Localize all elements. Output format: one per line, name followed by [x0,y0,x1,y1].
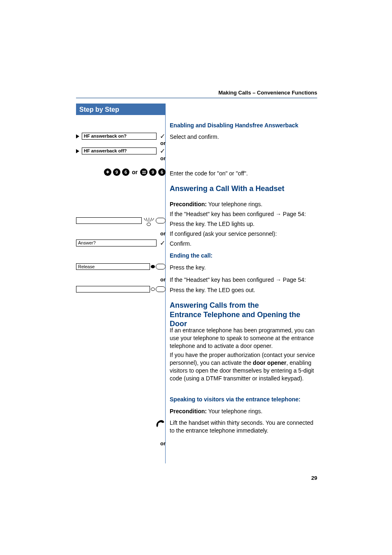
headset-led-off-row [76,286,166,292]
release-key-rect: Release [76,263,150,270]
hf-off-row: HF answerback off? ✓ [76,147,166,155]
check-icon: ✓ [159,132,166,140]
headset-ifconfigured: If configured (ask your service personne… [170,230,317,238]
hf-or-2: or [76,155,166,161]
step-by-step-heading: Step by Step [76,104,166,115]
headset-ifkey2-text: If the "Headset" key has been configured [170,276,275,283]
headset-led-flash-row [76,215,166,226]
led-on-icon [151,265,155,268]
entrance-para1: If an entrance telephone has been progra… [170,327,317,350]
key-9-icon: 9 [113,168,120,176]
document-page: Making Calls – Convenience Functions Ste… [0,0,392,555]
headset-ifkey: If the "Headset" key has been configured… [170,210,317,218]
release-key-label: Release [78,264,95,269]
release-key-row: Release [76,263,166,270]
headset-precondition: Precondition: Your telephone rings. [170,200,317,208]
check-icon: ✓ [159,239,166,247]
headset-section-title: Answering a Call With a Headset [170,184,317,193]
precondition-label: Precondition: [170,201,207,207]
answer-option-row: Answer? ✓ [76,239,166,247]
headset-or-1: or [76,230,166,237]
hf-title-row: Enabling and Disabling Handsfree Answerb… [170,122,317,129]
triangle-icon [76,134,79,138]
headset-ifkey-text: If the "Headset" key has been configured [170,211,275,217]
led-off-icon [151,288,155,291]
hf-enter-code: Enter the code for "on" or "off". [170,170,317,177]
precondition-label: Precondition: [170,408,207,415]
arrow-icon: → [275,211,283,217]
arrow-icon: → [275,276,283,283]
menu-option-answer: Answer? [76,240,157,246]
headset-ifkey-2: If the "Headset" key has been configured… [170,276,317,284]
entrance-title-line2: Entrance Telephone and Opening the Door [170,310,317,329]
header-rule [76,98,317,98]
page-header-breadcrumb: Making Calls – Convenience Functions [218,90,317,96]
headset-confirm: Confirm. [170,240,317,248]
led-flash-icon [144,215,153,226]
hf-on-row: HF answerback on? ✓ [76,132,166,140]
page-number: 29 [311,475,317,481]
key-6-icon: 6 [158,168,166,176]
key-hash-icon [140,168,148,176]
blank-key-rect [76,217,142,224]
headset-press-ledout: Press the key. The LED goes out. [170,286,317,294]
blank-key-rect [76,286,150,292]
key-6-icon: 6 [122,168,129,176]
handset-icon-row [76,419,166,429]
entrance-section-title: Answering Calls from the Entrance Teleph… [170,301,317,329]
hf-select-confirm: Select and confirm. [170,133,317,141]
hf-or-1: or [76,140,166,146]
headset-or-2: or [76,276,166,283]
entrance-precondition: Precondition: Your telephone rings. [170,408,317,415]
triangle-icon [76,149,79,153]
menu-option-hf-off: HF answerback off? [82,147,157,154]
page-ref-54-b: Page 54: [283,276,306,283]
entrance-or: or [76,440,166,447]
entrance-para2: If you have the proper authorization (co… [170,351,317,382]
oval-button-icon [156,218,166,223]
release-press-key: Press the key. [170,264,317,272]
precondition-text: Your telephone rings. [207,201,262,207]
entrance-lift-handset: Lift the handset within thirty seconds. … [170,419,317,435]
door-opener-bold: door opener [253,359,286,366]
key-star-icon [104,168,111,176]
entrance-title-line1: Answering Calls from the [170,301,317,310]
hf-code-row: 9 6 or 9 6 [76,168,166,176]
headset-press-ledcup: Press the key. The LED lights up. [170,220,317,228]
menu-option-hf-on: HF answerback on? [82,133,157,140]
code-or-separator: or [132,169,138,175]
oval-button-icon [156,286,166,292]
speaking-subheading: Speaking to visitors via the entrance te… [170,396,317,403]
page-ref-54: Page 54: [283,211,306,217]
precondition-text: Your telephone rings. [207,408,262,415]
handset-icon [153,417,167,431]
key-9-icon: 9 [149,168,157,176]
ending-call-subheading: Ending the call: [170,252,317,259]
hf-subheading: Enabling and Disabling Handsfree Answerb… [170,122,317,129]
check-icon: ✓ [159,147,166,155]
oval-button-icon [156,264,166,269]
